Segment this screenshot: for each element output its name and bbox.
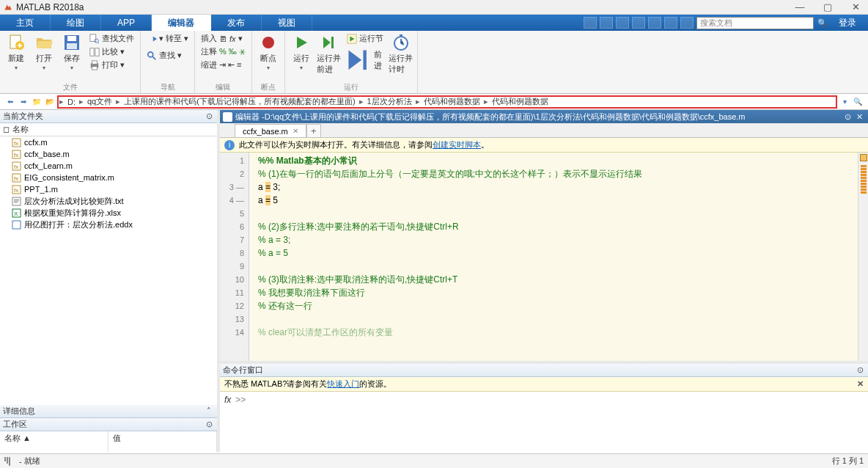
tab-close-icon[interactable]: ✕ — [293, 127, 298, 135]
editor-add-tab[interactable]: + — [306, 124, 321, 137]
breakpoints-button[interactable]: 断点▼ — [255, 32, 282, 72]
editor-tab[interactable]: ccfx_base.m✕ — [235, 124, 306, 137]
close-button[interactable]: ✕ — [846, 1, 865, 12]
path-seg[interactable]: 代码和例题数据 — [421, 96, 483, 107]
file-type-icon: fx — [12, 150, 21, 159]
svg-rect-14 — [331, 37, 334, 48]
file-name: 层次分析法成对比较矩阵.txt — [24, 196, 124, 207]
goto-button[interactable]: ▾ 转至 ▾ — [144, 32, 191, 45]
info-close-icon[interactable]: ✕ — [857, 379, 864, 389]
create-live-script-link[interactable]: 创建实时脚本 — [433, 139, 481, 150]
run-advance-button[interactable]: 运行并 前进 — [316, 32, 342, 76]
run-section-button[interactable]: 运行节 — [344, 32, 386, 45]
code-overview-ruler[interactable] — [858, 153, 868, 361]
findfiles-button[interactable]: 查找文件 — [87, 32, 137, 45]
svg-rect-3 — [67, 36, 76, 41]
search-submit-icon[interactable]: 🔍 — [817, 18, 828, 28]
path-seg[interactable]: qq文件 — [84, 96, 115, 107]
file-type-icon: fx — [12, 138, 21, 147]
path-seg[interactable]: 代码和例题数据 — [489, 96, 551, 107]
file-type-icon: X — [12, 208, 21, 218]
svg-text:fx: fx — [14, 140, 18, 147]
svg-rect-8 — [95, 48, 99, 56]
file-item[interactable]: fxEIG_consistent_matrix.m — [0, 172, 217, 183]
run-time-button[interactable]: 运行并 计时 — [388, 32, 414, 76]
copy-qat-icon[interactable] — [616, 17, 629, 29]
file-item[interactable]: fxccfx.m — [0, 136, 217, 148]
file-item[interactable]: fxccfx_Learn.m — [0, 160, 217, 172]
workspace-header: 工作区 ⊙ — [0, 418, 217, 431]
open-button[interactable]: 打开▼ — [31, 32, 57, 72]
compare-button[interactable]: 比较 ▾ — [87, 45, 137, 58]
app-title: MATLAB R2018a — [16, 2, 790, 12]
path-seg[interactable]: 1层次分析法 — [364, 96, 415, 107]
path-seg[interactable]: D: — [65, 98, 78, 106]
nav-hist-icon[interactable]: 📂 — [44, 96, 56, 108]
doc-search-input[interactable]: 搜索文档 — [696, 17, 814, 29]
find-button[interactable]: 查找 ▾ — [144, 49, 191, 62]
command-prompt[interactable]: fx>> — [220, 392, 868, 408]
file-col-header[interactable]: ◻名称 — [0, 123, 217, 136]
file-item[interactable]: 层次分析法成对比较矩阵.txt — [0, 195, 217, 207]
cut-qat-icon[interactable] — [600, 17, 613, 29]
file-name: PPT_1.m — [24, 185, 58, 194]
paste-qat-icon[interactable] — [632, 17, 645, 29]
svg-text:fx: fx — [14, 164, 18, 170]
run-button[interactable]: 运行▼ — [288, 32, 315, 72]
save-button[interactable]: 保存▼ — [59, 32, 85, 72]
help-qat-icon[interactable] — [680, 17, 694, 29]
editor-titlebar: 编辑器 - D:\qq文件\上课用的课件和代码(下载后记得解压，所有视频配套的都… — [220, 110, 868, 123]
tab-plots[interactable]: 绘图 — [51, 15, 101, 31]
nav-back-icon[interactable]: ⬅ — [4, 96, 16, 108]
compare-icon — [89, 47, 100, 57]
path-dropdown-icon[interactable]: ▾ — [839, 96, 850, 108]
nav-up-icon[interactable]: 📁 — [31, 96, 43, 108]
insert-button[interactable]: 插入 🖹 fx ▾ — [198, 32, 249, 45]
code-editor[interactable]: 123 —4 —567891011121314 %% Matlab基本的小常识%… — [220, 153, 868, 361]
quickstart-link[interactable]: 快速入门 — [327, 379, 359, 390]
open-folder-icon — [35, 34, 53, 51]
path-search-icon[interactable]: 🔍 — [852, 96, 864, 108]
nav-fwd-icon[interactable]: ➡ — [18, 96, 29, 108]
tab-publish[interactable]: 发布 — [211, 15, 262, 31]
advance-button[interactable]: 前进 — [344, 45, 386, 75]
comment-button[interactable]: 注释 % ‰ ⚹ — [198, 45, 249, 58]
panel-menu-icon[interactable]: ⊙ — [855, 365, 865, 375]
tab-apps[interactable]: APP — [101, 15, 152, 31]
file-browser: ◻名称 fxccfx.mfxccfx_base.mfxccfx_Learn.mf… — [0, 123, 217, 405]
save-qat-icon[interactable] — [584, 17, 597, 29]
details-header[interactable]: 详细信息˄ — [0, 405, 217, 418]
maximize-button[interactable]: ▢ — [818, 1, 837, 12]
new-button[interactable]: 新建▼ — [3, 32, 29, 72]
tab-editor[interactable]: 编辑器 — [152, 15, 211, 31]
login-button[interactable]: 登录 — [831, 17, 864, 29]
editor-menu-icon[interactable]: ⊙ — [842, 112, 853, 122]
file-item[interactable]: X根据权重矩阵计算得分.xlsx — [0, 207, 217, 219]
group-label-file: 文件 — [3, 81, 137, 93]
indent-button[interactable]: 缩进 ⇥ ⇤ ≡ — [198, 59, 249, 71]
tab-home[interactable]: 主页 — [0, 15, 51, 31]
tab-view[interactable]: 视图 — [262, 15, 312, 31]
path-field[interactable]: ▸ D:▸ qq文件▸ 上课用的课件和代码(下载后记得解压，所有视频配套的都在里… — [57, 95, 837, 109]
ribbon: 新建▼ 打开▼ 保存▼ 查找文件 比较 ▾ 打印 ▾ 文件 ▾ 转至 ▾ 查找 … — [0, 31, 868, 94]
file-item[interactable]: 用亿图打开：层次分析法.eddx — [0, 219, 217, 230]
editor-close-icon[interactable]: ✕ — [853, 112, 865, 122]
svg-text:fx: fx — [14, 187, 18, 194]
file-item[interactable]: fxPPT_1.m — [0, 183, 217, 195]
panel-menu-icon[interactable]: ⊙ — [204, 420, 214, 429]
svg-point-12 — [148, 51, 153, 56]
svg-text:X: X — [14, 211, 18, 217]
current-folder-header: 当前文件夹 ⊙ — [0, 110, 217, 123]
undo-qat-icon[interactable] — [648, 17, 661, 29]
group-label-run: 运行 — [288, 81, 414, 93]
redo-qat-icon[interactable] — [664, 17, 677, 29]
print-button[interactable]: 打印 ▾ — [87, 59, 137, 71]
panel-menu-icon[interactable]: ⊙ — [204, 111, 214, 121]
file-item[interactable]: fxccfx_base.m — [0, 148, 217, 160]
file-type-icon — [12, 197, 21, 206]
run-time-icon — [392, 34, 410, 51]
ws-col-name[interactable]: 名称 ▲ — [0, 431, 108, 452]
ws-col-value[interactable]: 值 — [108, 431, 217, 452]
path-seg[interactable]: 上课用的课件和代码(下载后记得解压，所有视频配套的都在里面) — [121, 96, 358, 107]
minimize-button[interactable]: — — [790, 1, 809, 12]
